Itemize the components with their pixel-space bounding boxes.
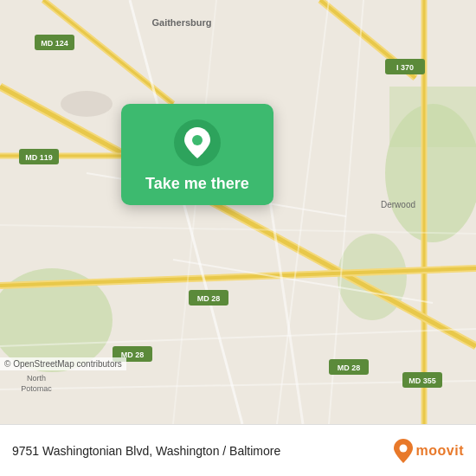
svg-point-5 — [61, 91, 113, 117]
svg-point-46 — [192, 135, 203, 145]
svg-text:MD 28: MD 28 — [338, 363, 361, 372]
button-overlay: Take me there — [121, 104, 273, 205]
osm-attribution: © OpenStreetMap contributors — [0, 357, 126, 370]
svg-text:MD 119: MD 119 — [25, 153, 53, 162]
svg-text:MD 28: MD 28 — [197, 294, 221, 303]
location-pin-icon — [184, 127, 210, 158]
svg-text:North: North — [27, 374, 46, 383]
moovit-logo: moovit — [394, 439, 464, 463]
svg-rect-4 — [389, 87, 476, 147]
svg-text:Gaithersburg: Gaithersburg — [151, 17, 211, 28]
take-me-there-label: Take me there — [145, 175, 249, 193]
svg-text:MD 124: MD 124 — [41, 39, 68, 48]
moovit-wordmark: moovit — [416, 443, 464, 459]
svg-text:Potomac: Potomac — [21, 384, 52, 393]
take-me-there-button[interactable]: Take me there — [121, 104, 273, 205]
svg-text:I 370: I 370 — [396, 63, 414, 72]
map-container: MD 124 MD 119 MD 28 MD 28 I 370 MD 355 M… — [0, 0, 476, 424]
svg-point-47 — [399, 444, 407, 452]
svg-text:MD 355: MD 355 — [408, 376, 436, 385]
address-text: 9751 Washingtonian Blvd, Washington / Ba… — [12, 444, 394, 458]
bottom-bar: 9751 Washingtonian Blvd, Washington / Ba… — [0, 424, 476, 476]
svg-text:Derwood: Derwood — [381, 200, 415, 209]
moovit-pin-icon — [394, 439, 413, 463]
location-icon-wrap — [174, 119, 221, 166]
